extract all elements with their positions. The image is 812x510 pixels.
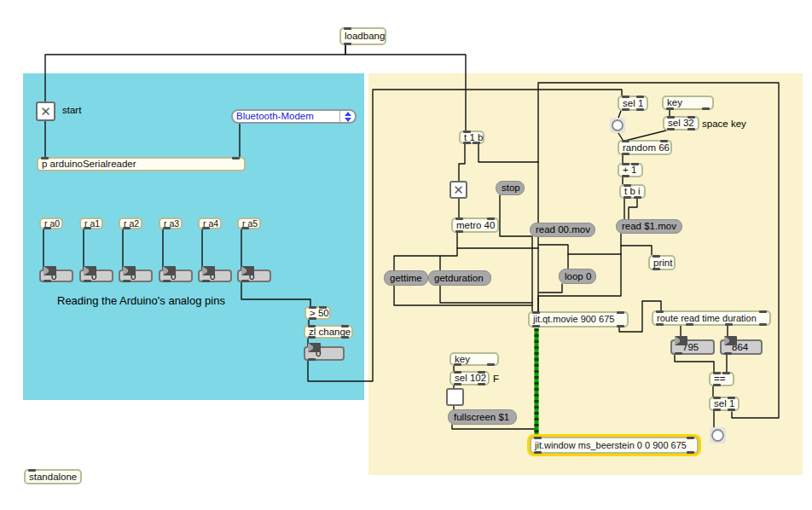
route-object: route read time duration: [652, 310, 771, 326]
receive-a5-object: r a5: [237, 217, 261, 229]
outlet-stub: [636, 108, 644, 111]
sel-1-top-object: sel 1: [618, 96, 648, 111]
sel-1-bottom-object: sel 1: [709, 397, 740, 411]
space-key-comment: space key: [702, 119, 746, 129]
outlet-stub: [687, 451, 694, 454]
inlet-stub: [617, 311, 624, 314]
print-object: print: [648, 255, 676, 270]
outlet-stub: [473, 142, 480, 144]
inlet-stub: [631, 163, 639, 165]
inlet-stub: [687, 437, 694, 439]
outlet-stub: [478, 383, 485, 385]
analog-value-a2[interactable]: 0: [119, 269, 153, 282]
stop-message[interactable]: stop: [496, 181, 525, 195]
analog-value-a4[interactable]: 0: [198, 269, 232, 282]
outlet-stub: [487, 363, 495, 366]
receive-a4-object: r a4: [198, 217, 222, 229]
analog-value-a3[interactable]: 0: [159, 269, 193, 282]
duration-value-number[interactable]: 864: [720, 339, 763, 355]
receive-a0-object: r a0: [39, 217, 63, 229]
receive-a1-object: r a1: [79, 217, 103, 229]
outlet-stub: [617, 325, 624, 327]
inlet-stub: [41, 157, 49, 159]
trigger-1-bang-object: t 1 b: [459, 130, 484, 144]
standalone-object: standalone: [24, 469, 82, 484]
loadbang-object: loadbang: [339, 27, 386, 45]
sel-32-object: sel 32: [663, 116, 699, 130]
zl-change-object: zl change: [304, 325, 353, 339]
outlet-stub: [725, 323, 733, 326]
receive-a3-object: r a3: [159, 217, 183, 229]
inlet-stub: [759, 310, 767, 313]
outlet-stub: [759, 323, 767, 326]
getduration-message[interactable]: getduration: [428, 270, 491, 286]
inlet-stub: [687, 116, 695, 119]
key-bottom-object: key: [450, 352, 499, 366]
arduino-subpatch-object: p arduinoSerialreader: [37, 157, 246, 171]
read-dollar1-mov-message[interactable]: read $1.mov: [616, 219, 682, 234]
analog-value-a5[interactable]: 0: [237, 269, 271, 282]
bang-circle-icon: [612, 119, 624, 131]
inlet-stub: [487, 217, 495, 220]
loop-0-message[interactable]: loop 0: [559, 269, 596, 284]
inlet-stub: [728, 397, 735, 399]
inlet-stub: [232, 157, 240, 159]
inlet-stub: [341, 325, 349, 327]
time-value-number[interactable]: 795: [670, 339, 715, 355]
change-value-number[interactable]: 0: [304, 346, 345, 361]
inlet-stub: [636, 96, 644, 98]
start-comment: start: [62, 105, 81, 115]
analog-value-a1[interactable]: 0: [79, 269, 113, 282]
gettime-message[interactable]: gettime: [384, 270, 428, 286]
sel-102-object: sel 102: [450, 371, 490, 385]
jit-window-object: jit.window ms_beerstein 0 0 900 675: [530, 437, 699, 454]
start-toggle[interactable]: ✕: [36, 101, 55, 121]
fullscreen-toggle[interactable]: [446, 388, 464, 406]
random-66-object: random 66: [618, 140, 672, 155]
metro-object: metro 40: [451, 217, 499, 233]
receive-a2-object: r a2: [119, 217, 142, 229]
plus-1-object: + 1: [618, 163, 643, 177]
inlet-stub: [478, 371, 485, 374]
analog-pins-comment: Reading the Arduino's analog pins: [57, 294, 225, 307]
f-key-comment: F: [493, 374, 499, 384]
outlet-stub: [341, 336, 349, 339]
menu-arrows-icon[interactable]: [339, 111, 355, 122]
max-patcher-canvas: loadbang standalone ✕ start Bluetooth-Mo…: [0, 0, 812, 510]
jit-qt-movie-object: jit.qt.movie 900 675: [528, 311, 629, 327]
key-top-object: key: [662, 96, 714, 110]
read-00-mov-message[interactable]: read 00.mov: [530, 223, 595, 237]
serial-port-menu[interactable]: Bluetooth-Modem: [231, 109, 357, 124]
fullscreen-message[interactable]: fullscreen $1: [448, 409, 517, 425]
outlet-stub: [702, 107, 710, 110]
loop-end-bang-button[interactable]: [710, 427, 726, 443]
movie-play-toggle[interactable]: ✕: [450, 181, 467, 199]
outlet-stub: [687, 128, 695, 130]
random-bang-button[interactable]: [610, 118, 625, 133]
analog-value-a0[interactable]: 0: [39, 269, 73, 282]
inlet-stub: [722, 372, 730, 374]
outlet-stub: [728, 409, 735, 411]
inlet-stub: [660, 140, 668, 142]
serial-port-selected: Bluetooth-Modem: [236, 111, 314, 121]
equals-object: ==: [709, 372, 734, 386]
inlet-stub: [319, 306, 327, 309]
bang-circle-icon: [711, 429, 724, 442]
greater-than-object: > 50: [304, 306, 331, 320]
patch-cords: [0, 0, 812, 510]
trigger-bang-int-object: t b i: [619, 184, 646, 199]
outlet-stub: [634, 196, 641, 199]
outlet-stub: [686, 323, 693, 326]
